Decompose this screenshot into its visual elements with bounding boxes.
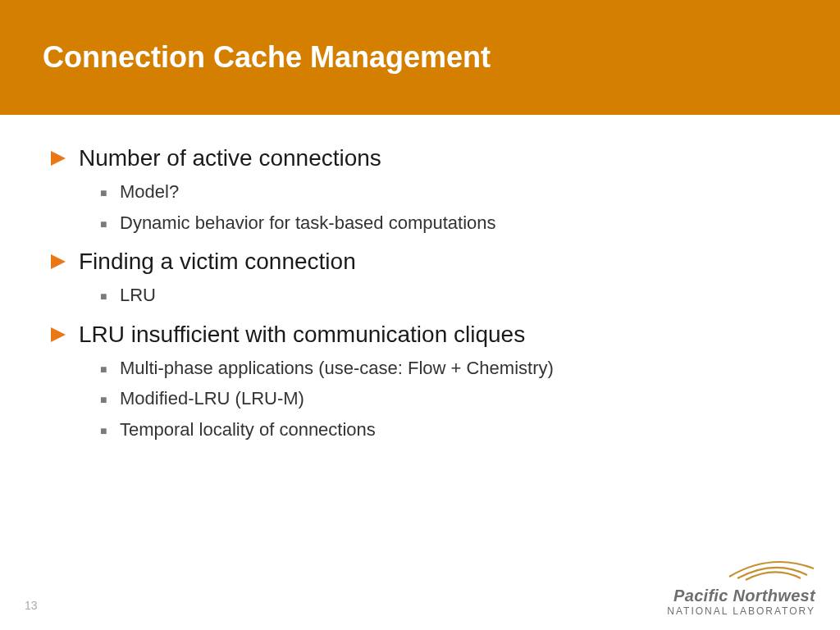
sub-bullet-text: Dynamic behavior for task-based computat… (120, 212, 496, 235)
square-icon: ■ (100, 218, 120, 230)
sub-bullet-text: LRU (120, 284, 156, 307)
page-number: 13 (25, 599, 38, 612)
svg-marker-2 (51, 327, 66, 342)
sub-bullet-item: ■ Temporal locality of connections (100, 418, 791, 441)
sub-bullet-item: ■ Model? (100, 180, 791, 203)
pnnl-logo: Pacific Northwest NATIONAL LABORATORY (667, 554, 815, 617)
slide: Connection Cache Management Number of ac… (0, 0, 840, 630)
sub-bullet-item: ■ Modified-LRU (LRU-M) (100, 387, 791, 410)
square-icon: ■ (100, 290, 120, 302)
sub-bullet-text: Modified-LRU (LRU-M) (120, 387, 304, 410)
svg-marker-1 (51, 254, 66, 269)
square-icon: ■ (100, 187, 120, 199)
triangle-right-icon (51, 249, 79, 269)
sub-bullet-text: Temporal locality of connections (120, 418, 376, 441)
triangle-right-icon (51, 322, 79, 342)
bullet-item: Number of active connections (51, 144, 791, 172)
bullet-item: Finding a victim connection (51, 247, 791, 276)
bullet-text: Number of active connections (79, 144, 381, 172)
bullet-text: LRU insufficient with communication cliq… (79, 320, 525, 349)
slide-body: Number of active connections ■ Model? ■ … (51, 144, 791, 441)
bullet-text: Finding a victim connection (79, 247, 356, 276)
sub-bullet-item: ■ Multi-phase applications (use-case: Fl… (100, 357, 791, 380)
sub-bullet-text: Multi-phase applications (use-case: Flow… (120, 357, 554, 380)
triangle-right-icon (51, 146, 79, 166)
logo-line-2: NATIONAL LABORATORY (667, 605, 815, 617)
sub-bullet-text: Model? (120, 180, 179, 203)
svg-marker-0 (51, 151, 66, 166)
square-icon: ■ (100, 394, 120, 405)
logo-line-1: Pacific Northwest (667, 587, 815, 605)
square-icon: ■ (100, 425, 120, 436)
title-bar: Connection Cache Management (0, 0, 840, 115)
sub-bullet-item: ■ Dynamic behavior for task-based comput… (100, 212, 791, 235)
slide-title: Connection Cache Management (43, 40, 491, 75)
sub-bullet-item: ■ LRU (100, 284, 791, 307)
bullet-item: LRU insufficient with communication cliq… (51, 320, 791, 349)
logo-swoosh-icon (725, 554, 815, 583)
square-icon: ■ (100, 363, 120, 375)
